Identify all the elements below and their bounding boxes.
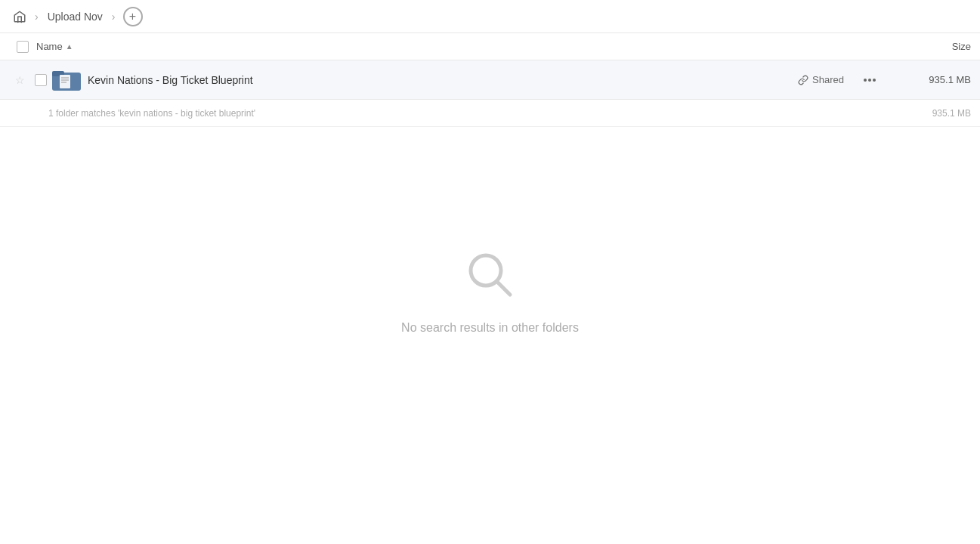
breadcrumb-upload-nov[interactable]: Upload Nov [43,9,107,24]
breadcrumb-bar: › Upload Nov › + [0,0,980,33]
file-name-label: Kevin Nations - Big Ticket Blueprint [88,74,798,86]
name-column-header[interactable]: Name ▲ [36,41,880,52]
shared-label: Shared [812,74,844,85]
shared-badge[interactable]: Shared [798,74,844,85]
breadcrumb-separator-2: › [112,11,116,23]
star-icon[interactable]: ☆ [9,74,30,86]
no-results-message: No search results in other folders [401,321,579,335]
sort-arrow-icon: ▲ [66,42,73,51]
breadcrumb-separator-1: › [35,11,39,23]
match-info-row: 1 folder matches 'kevin nations - big ti… [0,100,980,127]
row-checkbox[interactable] [30,74,51,86]
folder-icon-wrapper [51,65,82,95]
file-size: 935.1 MB [895,74,971,85]
more-options-button[interactable] [859,70,880,91]
svg-line-10 [497,282,510,295]
folder-icon [52,68,81,92]
link-icon [798,75,808,85]
more-icon [864,79,876,82]
match-size: 935.1 MB [895,108,971,119]
match-count-text: 1 folder matches 'kevin nations - big ti… [48,108,895,119]
svg-rect-2 [60,75,70,88]
svg-point-6 [864,79,867,82]
empty-state: No search results in other folders [0,127,980,335]
size-column-header: Size [880,41,971,52]
select-all-checkbox[interactable] [17,41,29,53]
file-row[interactable]: ☆ Kevin Nations - Big Ticket Blueprint S… [0,60,980,100]
column-header-row: Name ▲ Size [0,33,980,60]
breadcrumb-add-button[interactable]: + [123,7,143,26]
name-column-label: Name [36,41,63,52]
svg-point-7 [868,79,871,82]
row-select-checkbox[interactable] [35,74,47,86]
breadcrumb-home-button[interactable] [9,6,30,27]
header-checkbox-col[interactable] [9,41,36,53]
no-results-search-icon [463,248,518,309]
svg-point-8 [873,79,876,82]
